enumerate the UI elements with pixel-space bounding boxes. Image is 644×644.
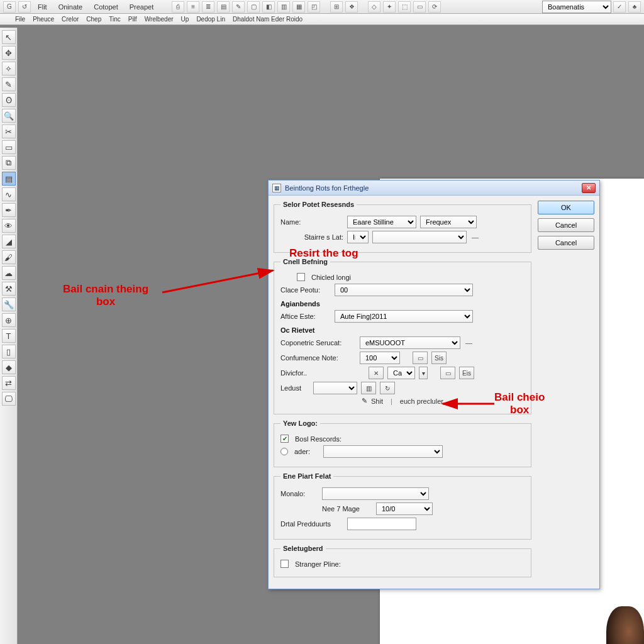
ader-combo[interactable] (323, 445, 443, 458)
small-button[interactable]: ✕ (369, 367, 384, 379)
close-icon[interactable]: ✕ (582, 183, 596, 193)
toolbar-icon[interactable]: ▢ (247, 1, 260, 13)
menu-item[interactable]: Chep (82, 16, 105, 23)
cop-combo[interactable]: eMSUOOOT (360, 336, 460, 349)
menu-item[interactable]: Dedop Lin (192, 16, 229, 23)
curve-tool-icon[interactable]: ∿ (2, 187, 16, 201)
small-button[interactable]: Eis (459, 367, 474, 379)
small-button[interactable]: ▾ (419, 367, 428, 379)
radio[interactable] (280, 448, 288, 455)
toolbar-icon[interactable]: ▤ (217, 1, 230, 13)
menu-item[interactable]: Pheuce (29, 16, 58, 23)
toolbar-icon[interactable]: ⟳ (428, 1, 441, 13)
frame-tool-icon[interactable]: ▯ (2, 345, 16, 358)
small-button[interactable]: ▭ (440, 367, 455, 379)
smudge-tool-icon[interactable]: ☁ (2, 266, 16, 280)
menu-item[interactable]: File (11, 16, 29, 23)
arrow-tool-icon[interactable]: ↖ (2, 30, 16, 44)
toolbar-icon[interactable]: ✦ (383, 1, 396, 13)
pen-tool-icon[interactable]: ✒ (2, 203, 16, 217)
cancel-button[interactable]: Cancel (538, 218, 594, 232)
dash-icon: — (470, 233, 480, 241)
bucket-tool-icon[interactable]: ◢ (2, 235, 16, 248)
toolbar-icon[interactable]: ⎙ (172, 1, 184, 13)
nee-combo[interactable]: 10/0 (376, 502, 433, 515)
clace-combo[interactable]: 00 (335, 284, 473, 296)
menu-item[interactable]: Preapet (125, 2, 159, 12)
move-tool-icon[interactable]: ✥ (2, 46, 16, 60)
toolbar-icon[interactable]: ✓ (613, 1, 626, 13)
menu-item[interactable]: Wrelbeder (141, 16, 177, 23)
refresh-icon[interactable]: ↻ (380, 382, 395, 394)
state-small-combo[interactable]: Ime (347, 231, 369, 243)
group-legend: Ene Piart Felat (280, 472, 333, 480)
dedust-combo[interactable] (313, 382, 357, 394)
small-button[interactable]: Sis (431, 352, 447, 364)
toolbar-icon[interactable]: ✎ (232, 1, 245, 13)
name-combo[interactable]: Eaare Stilline (347, 216, 416, 228)
toolbar-icon[interactable]: ♣ (628, 1, 641, 13)
menu-item[interactable]: Oninate (53, 2, 88, 12)
small-button[interactable]: ▥ (361, 382, 376, 394)
toolbar-icon[interactable]: ≣ (202, 1, 214, 13)
toolbar-icon[interactable]: ◧ (262, 1, 275, 13)
dialog-icon: ▦ (272, 184, 281, 192)
toolbar-icon[interactable]: ❖ (345, 1, 358, 13)
layer-tool-icon[interactable]: ▤ (2, 172, 16, 186)
wand-tool-icon[interactable]: ✧ (2, 62, 16, 75)
text-tool-icon[interactable]: T (2, 329, 16, 343)
crop-tool-icon[interactable]: ⧉ (2, 156, 16, 170)
pen-icon: ✎ (362, 397, 367, 405)
paint-tool-icon[interactable]: 🖌 (2, 250, 16, 264)
toolbar-icon[interactable]: ⊞ (330, 1, 343, 13)
toolbar-btn[interactable]: ↺ (18, 1, 31, 13)
drtal-input[interactable] (347, 518, 416, 530)
checkbox[interactable] (297, 273, 305, 281)
menu-item[interactable]: Tinc (105, 16, 125, 23)
toolbar-icon[interactable]: ▭ (413, 1, 426, 13)
main-toolbar: G ↺ Flit Oninate Cotopet Preapet ⎙ ≡ ≣ ▤… (0, 0, 644, 14)
hammer-tool-icon[interactable]: ⚒ (2, 282, 16, 296)
clip-tool-icon[interactable]: ✂ (2, 125, 16, 138)
group-legend: Cnell Befning (280, 258, 330, 265)
toolbar-icon[interactable]: ◇ (368, 1, 380, 13)
search-tool-icon[interactable]: 🔍 (2, 109, 16, 123)
menu-item[interactable]: Cotopet (89, 2, 123, 12)
state-combo[interactable] (372, 231, 467, 243)
monalo-label: Monalo: (280, 490, 318, 497)
checkbox[interactable]: ✔ (280, 435, 289, 443)
swap-tool-icon[interactable]: ⇄ (2, 376, 16, 390)
shape-tool-icon[interactable]: ◆ (2, 360, 16, 374)
node-tool-icon[interactable]: ⊕ (2, 313, 16, 327)
cancel-button[interactable]: Cancel (538, 236, 594, 250)
menu-item[interactable]: Dhaldot Nam Eder Roido (229, 16, 306, 23)
small-button[interactable]: ▭ (413, 352, 428, 364)
ok-button[interactable]: OK (538, 201, 594, 214)
dialog-titlebar[interactable]: ▦ Beintlong Rots fon Frthegle ✕ (269, 180, 599, 196)
lasso-tool-icon[interactable]: ʘ (2, 93, 16, 107)
menu-item[interactable]: Crelor (58, 16, 82, 23)
menu-item[interactable]: Up (177, 16, 193, 23)
conf-combo[interactable]: 100 (360, 352, 400, 364)
brush-tool-icon[interactable]: ✎ (2, 77, 16, 91)
secondary-menubar: File Pheuce Crelor Chep Tinc Pilf Wrelbe… (0, 14, 644, 25)
freq-combo[interactable]: Frequex (420, 216, 477, 228)
rect-tool-icon[interactable]: ▭ (2, 140, 16, 154)
toolbar-btn[interactable]: G (3, 1, 16, 13)
wrench-tool-icon[interactable]: 🔧 (2, 297, 16, 311)
aftice-combo[interactable]: Aute Fing|2011 (335, 310, 473, 323)
toolbar-combo[interactable]: Boamenatis (542, 1, 611, 13)
toolbar-icon[interactable]: ⬚ (398, 1, 411, 13)
eye-tool-icon[interactable]: 👁 (2, 219, 16, 233)
toolbar-icon[interactable]: ▦ (292, 1, 305, 13)
div-combo[interactable]: Ca (387, 367, 415, 379)
checkbox[interactable] (280, 560, 289, 568)
toolbar-icon[interactable]: ▥ (277, 1, 290, 13)
menu-item[interactable]: Flit (33, 2, 52, 12)
monalo-combo[interactable] (322, 487, 429, 500)
toolbar-icon[interactable]: ≡ (187, 1, 199, 13)
radio-label: ader: (294, 448, 319, 455)
toolbar-icon[interactable]: ◰ (308, 1, 320, 13)
screen-tool-icon[interactable]: 🖵 (2, 392, 16, 406)
menu-item[interactable]: Pilf (125, 16, 141, 23)
